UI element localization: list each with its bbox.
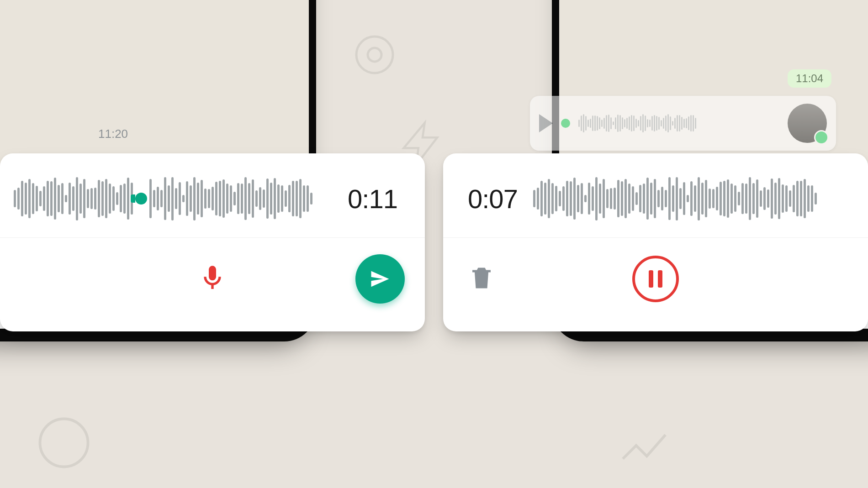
waveform-bar (793, 185, 795, 212)
send-button[interactable] (355, 254, 405, 304)
waveform-bar (98, 180, 100, 217)
waveform-bar (716, 187, 718, 210)
waveform-bar (749, 177, 751, 220)
contact-avatar[interactable] (788, 104, 827, 143)
waveform-bar (811, 185, 813, 212)
waveform-bar (25, 183, 27, 215)
waveform-bar (58, 185, 60, 212)
waveform-bar (101, 181, 104, 216)
trash-button[interactable] (468, 264, 495, 294)
waveform-bar (584, 195, 587, 202)
waveform-bar (745, 184, 747, 213)
waveform-bar (274, 178, 276, 220)
waveform-bar (61, 183, 64, 214)
waveform-bar (789, 190, 791, 207)
waveform-bar (105, 179, 107, 218)
waveform-bar (730, 184, 733, 213)
waveform-bar (643, 184, 645, 214)
play-icon[interactable] (539, 114, 553, 132)
waveform-bar (701, 183, 704, 215)
waveform-bar (32, 183, 34, 214)
waveform-bar (723, 181, 725, 216)
recording-duration: 0:07 (468, 184, 518, 214)
waveform-bar (65, 195, 67, 202)
recording-duration: 0:11 (348, 184, 397, 214)
waveform-bar (661, 187, 663, 211)
waveform-bar (299, 179, 302, 218)
waveform-bar (646, 178, 649, 220)
waveform-bar (190, 185, 192, 212)
waveform-bar (592, 186, 594, 211)
sticker-timestamp-left: 11:20 (98, 127, 128, 141)
waveform-bar (193, 177, 196, 220)
waveform-bar (39, 191, 42, 207)
waveform-bar (285, 190, 287, 207)
waveform-bar (215, 182, 217, 215)
playhead-indicator[interactable] (135, 193, 147, 205)
waveform-bar (94, 188, 96, 209)
waveform-bar (112, 186, 115, 210)
waveform-bar (709, 189, 711, 209)
waveform-bar (763, 187, 766, 210)
waveform-bar (230, 185, 232, 212)
waveform-bar (50, 181, 53, 215)
waveform-bar (212, 187, 214, 210)
waveform-bar (120, 185, 122, 213)
pause-button[interactable] (632, 256, 679, 302)
waveform-bar (219, 181, 221, 216)
waveform-bar (581, 183, 583, 214)
waveform-bar (109, 184, 111, 214)
waveform-bar (712, 189, 715, 208)
waveform-bar (182, 195, 185, 202)
waveform-bar (255, 190, 258, 206)
waveform-bar (157, 187, 159, 211)
waveform-bar (270, 183, 272, 215)
waveform-bar (654, 179, 656, 218)
waveform-bar (676, 177, 678, 220)
waveform-bar (573, 178, 576, 220)
waveform-bar (551, 183, 554, 214)
waveform-bar (533, 190, 535, 208)
svg-point-2 (40, 419, 88, 467)
waveform-bar (599, 184, 601, 214)
waveform-bar (756, 179, 758, 217)
waveform-bar (263, 189, 265, 208)
waveform-preview[interactable] (14, 173, 332, 224)
waveform-bar (259, 187, 261, 210)
waveform-bar (800, 181, 802, 216)
waveform-bar (782, 184, 784, 213)
waveform-bar (562, 186, 565, 210)
mini-waveform (578, 112, 779, 135)
waveform-bar (628, 184, 630, 214)
voice-message-bubble[interactable]: 0:09 11:15 (530, 96, 836, 151)
waveform-bar (804, 179, 806, 218)
waveform-bar (90, 188, 93, 209)
waveform-bar (767, 189, 769, 208)
waveform-bar (72, 186, 74, 211)
waveform-bar (296, 181, 298, 216)
waveform-bar (632, 186, 634, 210)
waveform-bar (292, 181, 294, 216)
waveform-bar (186, 181, 188, 215)
waveform-bar (683, 182, 685, 215)
waveform-bar (233, 192, 236, 205)
waveform-bar (36, 186, 38, 211)
waveform-bar (650, 183, 652, 215)
waveform-bar (201, 180, 203, 217)
waveform-bar (241, 184, 243, 213)
microphone-icon[interactable] (198, 263, 227, 294)
waveform-bar (208, 189, 210, 208)
waveform-bar (237, 183, 239, 214)
waveform-bar (153, 190, 155, 208)
waveform-bar (570, 181, 572, 215)
waveform-bar (179, 182, 181, 215)
sticker-timestamp-right: 11:04 (788, 69, 831, 88)
waveform-bar (603, 179, 605, 218)
waveform-bar (168, 185, 170, 212)
waveform-bar (621, 181, 623, 216)
waveform-bar (204, 189, 206, 209)
waveform-recording[interactable] (533, 173, 843, 224)
waveform-bar (614, 188, 616, 209)
waveform-bar (815, 193, 817, 205)
waveform-bar (610, 188, 612, 209)
